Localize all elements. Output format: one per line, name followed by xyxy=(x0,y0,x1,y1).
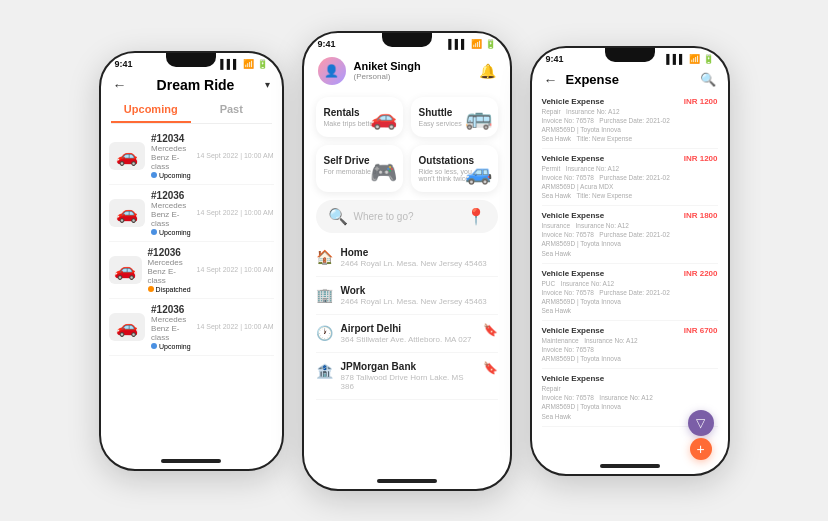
table-row[interactable]: Vehicle Expense INR 1200 Repair Insuranc… xyxy=(542,92,718,149)
page-title: Expense xyxy=(566,72,692,87)
filter-fab-button[interactable]: ▽ xyxy=(688,410,714,436)
bookmark-icon[interactable]: 🔖 xyxy=(483,323,498,337)
service-card-rentals[interactable]: Rentals Make trips better 🚗 xyxy=(316,97,403,137)
right-status-icons: ▌▌▌ 📶 🔋 xyxy=(666,54,713,64)
expense-detail: Permit Insurance No: A12 Invoice No: 765… xyxy=(542,164,718,200)
service-card-outstations[interactable]: Outstations Ride so less, you won't thin… xyxy=(411,145,498,192)
left-status-icons: ▌▌▌ 📶 🔋 xyxy=(220,59,267,69)
bank-icon: 🏦 xyxy=(316,363,333,379)
tab-past[interactable]: Past xyxy=(191,97,272,123)
location-address: 2464 Royal Ln. Mesa. New Jersey 45463 xyxy=(341,259,498,268)
ride-id: #12036 xyxy=(151,190,191,201)
right-time: 9:41 xyxy=(546,54,564,64)
car-icon: 🚗 xyxy=(109,142,146,170)
list-item[interactable]: 🕐 Airport Delhi 364 Stillwater Ave. Attl… xyxy=(316,315,498,353)
service-grid: Rentals Make trips better 🚗 Shuttle Easy… xyxy=(304,89,510,200)
expense-amount: INR 6700 xyxy=(684,326,718,335)
table-row[interactable]: 🚗 #12036 Mercedes Benz E-class Dispatche… xyxy=(109,242,274,299)
ride-status: Upcoming xyxy=(151,172,191,179)
search-input[interactable]: Where to go? xyxy=(354,211,460,222)
location-address: 2464 Royal Ln. Mesa. New Jersey 45463 xyxy=(341,297,498,306)
battery-icon: 🔋 xyxy=(257,59,268,69)
table-row[interactable]: 🚗 #12036 Mercedes Benz E-class Upcoming … xyxy=(109,185,274,242)
search-icon[interactable]: 🔍 xyxy=(700,72,716,87)
ride-info: #12036 Mercedes Benz E-class Upcoming xyxy=(151,190,191,236)
expense-row: Vehicle Expense INR 1200 xyxy=(542,154,718,163)
table-row[interactable]: Vehicle Expense INR 6700 Maintenance Ins… xyxy=(542,321,718,369)
service-card-selfdrive[interactable]: Self Drive For memorable trips 🎮 xyxy=(316,145,403,192)
ride-status: Upcoming xyxy=(151,343,191,350)
location-address: 878 Tallwood Drive Horn Lake. MS 386 xyxy=(341,373,475,391)
status-label: Dispatched xyxy=(156,286,191,293)
app-title: Dream Ride xyxy=(135,77,257,93)
battery-icon: 🔋 xyxy=(703,54,714,64)
ride-info: #12034 Mercedes Benz E-class Upcoming xyxy=(151,133,191,179)
home-indicator xyxy=(377,479,437,483)
location-name: JPMorgan Bank xyxy=(341,361,475,372)
expense-amount: INR 1800 xyxy=(684,211,718,220)
right-status-bar: 9:41 ▌▌▌ 📶 🔋 xyxy=(532,48,728,66)
left-header: ← Dream Ride ▾ xyxy=(101,71,282,97)
tab-upcoming[interactable]: Upcoming xyxy=(111,97,192,123)
expense-detail: Repair Insurance No: A12 Invoice No: 765… xyxy=(542,107,718,143)
ride-date: 14 Sept 2022 | 10:00 AM xyxy=(197,266,274,273)
table-row[interactable]: Vehicle Expense INR 1800 Insurance Insur… xyxy=(542,206,718,263)
table-row[interactable]: Vehicle Expense INR 1200 Permit Insuranc… xyxy=(542,149,718,206)
ride-date: 14 Sept 2022 | 10:00 AM xyxy=(197,323,274,330)
status-dot xyxy=(151,172,157,178)
left-status-bar: 9:41 ▌▌▌ 📶 🔋 xyxy=(101,53,282,71)
status-label: Upcoming xyxy=(159,343,191,350)
right-notch xyxy=(605,48,655,62)
dropdown-icon[interactable]: ▾ xyxy=(265,79,270,90)
expense-type: Vehicle Expense xyxy=(542,154,605,163)
car-icon: 🚗 xyxy=(109,313,146,341)
center-header: 👤 Aniket Singh (Personal) 🔔 xyxy=(304,51,510,89)
car-icon: 🚗 xyxy=(109,199,146,227)
expense-row: Vehicle Expense INR 1200 xyxy=(542,97,718,106)
expense-row: Vehicle Expense INR 2200 xyxy=(542,269,718,278)
user-avatar: 👤 xyxy=(318,57,346,85)
ride-info: #12036 Mercedes Benz E-class Dispatched xyxy=(148,247,191,293)
user-info: Aniket Singh (Personal) xyxy=(354,60,471,81)
shuttle-icon: 🚌 xyxy=(465,105,492,131)
ride-model: Mercedes Benz E-class xyxy=(151,201,191,228)
location-info: Airport Delhi 364 Stillwater Ave. Attleb… xyxy=(341,323,475,344)
work-icon: 🏢 xyxy=(316,287,333,303)
ride-tabs: Upcoming Past xyxy=(111,97,272,124)
table-row[interactable]: Vehicle Expense INR 2200 PUC Insurance N… xyxy=(542,264,718,321)
expense-type: Vehicle Expense xyxy=(542,326,605,335)
ride-list: 🚗 #12034 Mercedes Benz E-class Upcoming … xyxy=(101,124,282,360)
wifi-icon: 📶 xyxy=(471,39,482,49)
search-bar[interactable]: 🔍 Where to go? 📍 xyxy=(316,200,498,233)
add-expense-button[interactable]: + xyxy=(690,438,712,460)
list-item[interactable]: 🏢 Work 2464 Royal Ln. Mesa. New Jersey 4… xyxy=(316,277,498,315)
table-row[interactable]: 🚗 #12036 Mercedes Benz E-class Upcoming … xyxy=(109,299,274,356)
expense-detail: PUC Insurance No: A12 Invoice No: 76578 … xyxy=(542,279,718,315)
ride-info: #12036 Mercedes Benz E-class Upcoming xyxy=(151,304,191,350)
back-button[interactable]: ← xyxy=(544,72,558,88)
user-name: Aniket Singh xyxy=(354,60,471,72)
home-indicator xyxy=(600,464,660,468)
table-row[interactable]: 🚗 #12034 Mercedes Benz E-class Upcoming … xyxy=(109,128,274,185)
back-button[interactable]: ← xyxy=(113,77,127,93)
notification-icon[interactable]: 🔔 xyxy=(479,63,496,79)
car-icon: 🚗 xyxy=(109,256,142,284)
list-item[interactable]: 🏦 JPMorgan Bank 878 Tallwood Drive Horn … xyxy=(316,353,498,400)
expense-row: Vehicle Expense xyxy=(542,374,718,383)
ride-status: Upcoming xyxy=(151,229,191,236)
bookmark-icon[interactable]: 🔖 xyxy=(483,361,498,375)
signal-icon: ▌▌▌ xyxy=(448,39,467,49)
signal-icon: ▌▌▌ xyxy=(220,59,239,69)
ride-date: 14 Sept 2022 | 10:00 AM xyxy=(197,152,274,159)
wifi-icon: 📶 xyxy=(689,54,700,64)
service-card-shuttle[interactable]: Shuttle Easy services 🚌 xyxy=(411,97,498,137)
expense-detail: Maintenance Insurance No: A12 Invoice No… xyxy=(542,336,718,363)
right-phone: 9:41 ▌▌▌ 📶 🔋 ← Expense 🔍 Vehicle Expense… xyxy=(530,46,730,476)
list-item[interactable]: 🏠 Home 2464 Royal Ln. Mesa. New Jersey 4… xyxy=(316,239,498,277)
expense-detail: Insurance Insurance No: A12 Invoice No: … xyxy=(542,221,718,257)
location-info: JPMorgan Bank 878 Tallwood Drive Horn La… xyxy=(341,361,475,391)
left-notch xyxy=(166,53,216,67)
location-list: 🏠 Home 2464 Royal Ln. Mesa. New Jersey 4… xyxy=(304,239,510,400)
ride-model: Mercedes Benz E-class xyxy=(148,258,191,285)
ride-id: #12036 xyxy=(148,247,191,258)
